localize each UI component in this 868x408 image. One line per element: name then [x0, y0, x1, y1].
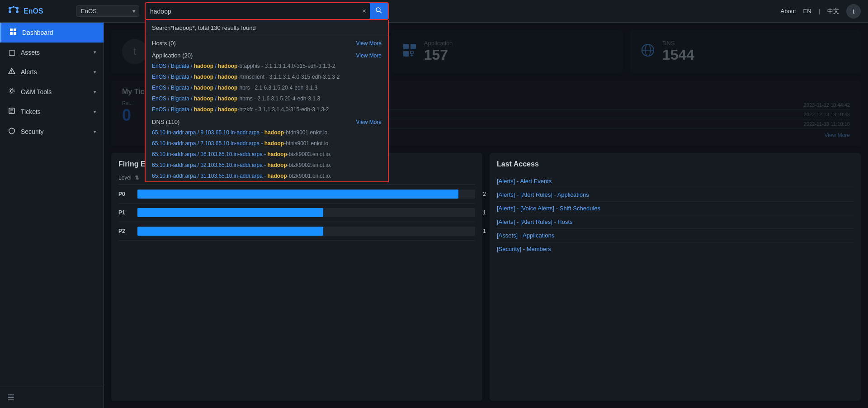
dns-view-more[interactable]: View More — [356, 119, 382, 125]
svg-rect-11 — [10, 28, 13, 31]
dns-stat-label: DNS — [662, 40, 694, 47]
dns-result-1[interactable]: 65.10.in-addr.arpa / 9.103.65.10.in-addr… — [146, 127, 388, 138]
alerts-icon — [7, 67, 16, 76]
svg-point-30 — [642, 44, 654, 56]
sidebar-item-assets[interactable]: ◫ Assets ▾ — [0, 43, 104, 62]
env-selector[interactable]: EnOS — [76, 5, 139, 17]
sidebar-item-dashboard[interactable]: Dashboard — [0, 23, 104, 43]
dns-section-title: DNS (110) — [152, 119, 179, 125]
stat-dns: DNS 1544 — [630, 30, 861, 73]
sidebar-item-tickets[interactable]: Tickets ▾ — [0, 102, 104, 122]
app-result-3[interactable]: EnOS / Bigdata / hadoop / hadoop-hbrs - … — [146, 82, 388, 93]
level-sort-icon[interactable]: ⇅ — [135, 175, 139, 181]
lang-sep: | — [819, 8, 820, 14]
dns-result-3[interactable]: 65.10.in-addr.arpa / 36.103.65.10.in-add… — [146, 149, 388, 160]
tickets-arrow: ▾ — [94, 109, 96, 115]
access-item-5[interactable]: [Assets] - Applications — [497, 229, 854, 242]
dns-stat-value: 1544 — [662, 47, 694, 63]
hosts-view-more[interactable]: View More — [356, 40, 382, 47]
bar-label-p1: P1 — [118, 209, 132, 216]
access-item-6[interactable]: [Security] - Members — [497, 242, 854, 256]
omtools-icon — [7, 87, 16, 96]
resolved-label: Re... — [122, 100, 132, 106]
dns-result-4[interactable]: 65.10.in-addr.arpa / 32.103.65.10.in-add… — [146, 160, 388, 171]
bottom-row: Firing Events Level ⇅ Count ⇅ P0 — [111, 153, 861, 401]
assets-icon: ◫ — [7, 48, 16, 57]
bar-fill-p2 — [137, 227, 323, 236]
ticket-count: 0 — [122, 106, 132, 125]
omtools-arrow: ▾ — [94, 89, 96, 95]
svg-rect-26 — [403, 51, 409, 57]
lang-en[interactable]: EN — [803, 8, 811, 14]
stat-application: Application 157 — [392, 30, 623, 73]
app-result-5[interactable]: EnOS / Bigdata / hadoop / hadoop-btzkfc … — [146, 104, 388, 115]
app-result-2[interactable]: EnOS / Bigdata / hadoop / hadoop-rtrmscl… — [146, 71, 388, 82]
sidebar-item-omtools[interactable]: O&M Tools ▾ — [0, 82, 104, 102]
access-item-1[interactable]: [Alerts] - Alert Events — [497, 175, 854, 188]
search-input[interactable] — [146, 5, 359, 18]
svg-rect-13 — [10, 32, 13, 35]
tickets-view-more[interactable]: View More — [825, 132, 850, 138]
sidebar-item-label-assets: Assets — [21, 49, 89, 56]
assets-arrow: ▾ — [94, 49, 96, 55]
bar-row-p2: P2 1 — [118, 222, 475, 241]
app-stat-value: 157 — [424, 47, 453, 63]
bar-row-p1: P1 1 — [118, 204, 475, 222]
bar-row-p0: P0 2 — [118, 185, 475, 204]
search-box: × — [145, 2, 389, 20]
user-avatar[interactable]: t — [846, 4, 861, 19]
dns-section-header: DNS (110) View More — [146, 115, 388, 127]
svg-rect-14 — [14, 32, 16, 35]
search-button[interactable] — [370, 3, 388, 19]
bar-track-p0: 2 — [137, 190, 475, 199]
svg-point-31 — [645, 44, 651, 56]
hosts-section-header: Hosts (0) View More — [146, 36, 388, 48]
sidebar-bottom: ☰ — [0, 387, 104, 408]
security-icon — [7, 127, 16, 136]
dns-result-5[interactable]: 65.10.in-addr.arpa / 31.103.65.10.in-add… — [146, 171, 388, 181]
about-button[interactable]: About — [781, 8, 796, 14]
app-section-header: Application (20) View More — [146, 48, 388, 61]
bar-fill-p1 — [137, 208, 323, 217]
svg-rect-12 — [14, 28, 16, 31]
bar-label-p0: P0 — [118, 191, 132, 197]
topbar-right: About EN | 中文 t — [781, 4, 861, 19]
sidebar-item-label-omtools: O&M Tools — [21, 88, 89, 95]
bar-label-p2: P2 — [118, 228, 132, 234]
app-view-more[interactable]: View More — [356, 52, 382, 59]
svg-rect-24 — [403, 44, 409, 49]
access-item-4[interactable]: [Alerts] - [Alert Rules] - Hosts — [497, 215, 854, 229]
sidebar-item-label-security: Security — [21, 128, 89, 135]
sidebar-item-security[interactable]: Security ▾ — [0, 122, 104, 142]
col-level-header: Level ⇅ — [118, 175, 146, 181]
bar-count-p2: 1 — [483, 228, 486, 234]
logo-text: EnOS — [24, 7, 43, 15]
menu-collapse-button[interactable]: ☰ — [7, 393, 14, 402]
bar-count-p1: 1 — [483, 209, 486, 216]
sidebar-item-alerts[interactable]: Alerts ▾ — [0, 62, 104, 82]
search-summary: Search*hadoop*, total 130 results found — [146, 20, 388, 36]
firing-events-panel: Firing Events Level ⇅ Count ⇅ P0 — [111, 153, 482, 401]
dns-result-2[interactable]: 65.10.in-addr.arpa / 7.103.65.10.in-addr… — [146, 138, 388, 149]
lang-zh[interactable]: 中文 — [827, 7, 839, 15]
env-dropdown[interactable]: EnOS — [76, 5, 139, 17]
access-item-3[interactable]: [Alerts] - [Voice Alerts] - Shift Schedu… — [497, 202, 854, 215]
logo-icon — [7, 5, 20, 17]
search-dropdown: Search*hadoop*, total 130 results found … — [145, 20, 389, 182]
app-result-1[interactable]: EnOS / Bigdata / hadoop / hadoop-btapphi… — [146, 61, 388, 71]
svg-rect-25 — [410, 44, 416, 49]
security-arrow: ▾ — [94, 129, 96, 135]
clear-search-icon[interactable]: × — [359, 8, 370, 15]
topbar: EnOS EnOS × Search*hadoop*, total 130 re… — [0, 0, 868, 23]
sidebar-item-label-tickets: Tickets — [21, 108, 89, 115]
dashboard-icon — [9, 28, 18, 37]
main-layout: Dashboard ◫ Assets ▾ Alerts ▾ — [0, 23, 868, 408]
last-access-panel: Last Access [Alerts] - Alert Events [Ale… — [490, 153, 861, 401]
app-result-4[interactable]: EnOS / Bigdata / hadoop / hadoop-hbms - … — [146, 93, 388, 104]
tickets-icon — [7, 107, 16, 116]
access-item-2[interactable]: [Alerts] - [Alert Rules] - Applications — [497, 188, 854, 202]
welcome-avatar: t — [122, 39, 147, 64]
dns-stat-icon — [641, 43, 655, 61]
bar-count-p0: 2 — [483, 191, 486, 197]
app-section-title: Application (20) — [152, 52, 193, 59]
